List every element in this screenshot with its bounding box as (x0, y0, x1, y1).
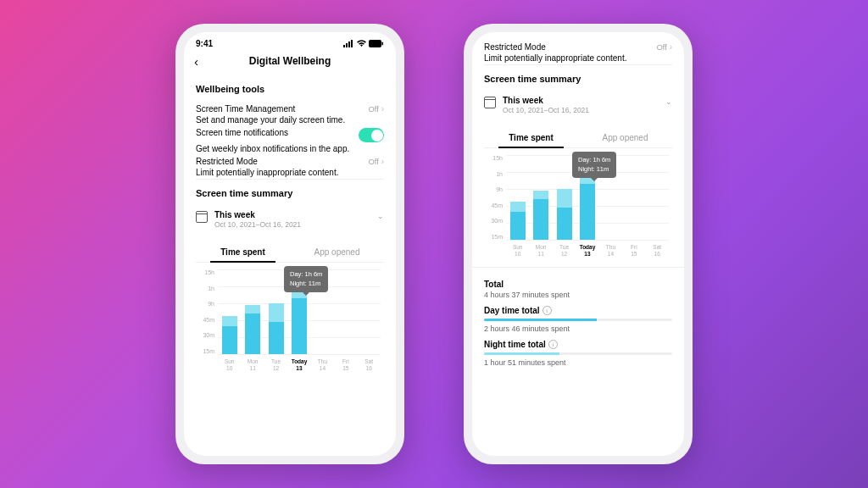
total-value: 4 hours 37 minutes spent (484, 291, 672, 299)
tab-time-spent[interactable]: Time spent (196, 242, 290, 262)
screen-time-summary-heading: Screen time summary (484, 74, 672, 84)
tab-app-opened[interactable]: App opened (290, 242, 384, 262)
screen-time-notifications-row[interactable]: Screen time notifications (196, 125, 384, 144)
screen-time-notifications-label: Screen time notifications (196, 128, 288, 137)
chevron-right-icon: › (381, 104, 384, 114)
phone-screen-right: Restricted Mode Off› Limit potentially i… (472, 32, 684, 456)
info-icon[interactable]: i (548, 340, 558, 349)
chart-tooltip: Day: 1h 6m Night: 11m (572, 152, 616, 178)
svg-rect-3 (351, 40, 353, 47)
chart-plot-area: Day: 1h 6m Night: 11m (218, 269, 381, 354)
phone-mockup-right: Restricted Mode Off› Limit potentially i… (464, 24, 693, 464)
chart-x-axis: Sun10Mon11Tue12Today13Thu14Fri15Sat16 (506, 244, 669, 257)
calendar-icon (484, 97, 496, 108)
screen-time-management-row[interactable]: Screen Time Management Off› (196, 101, 384, 115)
chevron-right-icon: › (381, 157, 384, 166)
status-bar: 9:41 (184, 32, 396, 52)
phone-screen-left: 9:41 ‹ Digital Wellbeing Wellbeing tools… (184, 32, 396, 456)
battery-icon (369, 40, 384, 47)
restricted-mode-row[interactable]: Restricted Mode Off› (196, 153, 384, 168)
restricted-mode-label: Restricted Mode (196, 157, 258, 166)
restricted-mode-value: Off (369, 158, 379, 166)
divider (196, 179, 384, 180)
phone-mockup-left: 9:41 ‹ Digital Wellbeing Wellbeing tools… (175, 24, 404, 464)
day-total-block: Day time totali 2 hours 46 minutes spent (484, 306, 672, 333)
restricted-mode-value: Off (657, 43, 667, 52)
back-button[interactable]: ‹ (194, 54, 198, 69)
screen-time-management-value: Off (369, 105, 379, 114)
totals-section: Total 4 hours 37 minutes spent Day time … (472, 268, 684, 379)
page-title: Digital Wellbeing (249, 55, 331, 67)
date-range: Oct 10, 2021–Oct 16, 2021 (503, 106, 589, 114)
date-range-selector[interactable]: This week Oct 10, 2021–Oct 16, 2021 ⌄ (196, 205, 384, 234)
day-total-value: 2 hours 46 minutes spent (484, 324, 672, 333)
week-label: This week (503, 96, 589, 105)
date-range-selector[interactable]: This week Oct 10, 2021–Oct 16, 2021 ⌄ (484, 91, 672, 119)
notifications-toggle[interactable] (359, 128, 384, 142)
calendar-icon (196, 211, 208, 223)
summary-tabs: Time spent App opened (484, 128, 672, 148)
divider (484, 64, 672, 65)
restricted-mode-sub: Limit potentially inappropriate content. (196, 168, 384, 177)
wellbeing-tools-heading: Wellbeing tools (196, 84, 384, 94)
screen-time-summary-heading: Screen time summary (196, 188, 384, 198)
chart-plot-area: Day: 1h 6m Night: 11m (506, 155, 669, 240)
chart-y-axis: 15h 1h 9h 45m 30m 15m (487, 155, 503, 240)
chevron-down-icon: ⌄ (665, 97, 672, 106)
screen-time-notifications-sub: Get weekly inbox notifications in the ap… (196, 144, 384, 153)
chart-y-axis: 15h 1h 9h 45m 30m 15m (199, 269, 214, 354)
restricted-mode-row[interactable]: Restricted Mode Off› (484, 39, 672, 53)
info-icon[interactable]: i (542, 306, 552, 315)
screen-time-chart: 15h 1h 9h 45m 30m 15m (487, 155, 669, 257)
night-total-block: Night time totali 1 hour 51 minutes spen… (484, 340, 672, 367)
chevron-down-icon: ⌄ (377, 212, 384, 220)
status-time: 9:41 (196, 39, 213, 48)
svg-rect-4 (369, 40, 381, 47)
total-label: Total (484, 280, 672, 289)
screen-time-management-sub: Set and manage your daily screen time. (196, 115, 384, 125)
svg-rect-1 (346, 43, 348, 47)
screen-time-management-label: Screen Time Management (196, 104, 295, 114)
week-label: This week (214, 210, 301, 219)
day-total-label: Day time total (484, 306, 540, 315)
svg-rect-2 (348, 42, 350, 47)
screen-time-chart: 15h 1h 9h 45m 30m 15m (199, 269, 381, 371)
night-total-value: 1 hour 51 minutes spent (484, 358, 672, 367)
date-range: Oct 10, 2021–Oct 16, 2021 (214, 220, 301, 229)
gradient-background: 9:41 ‹ Digital Wellbeing Wellbeing tools… (0, 0, 868, 488)
chart-x-axis: Sun10Mon11Tue12Today13Thu14Fri15Sat16 (218, 358, 381, 371)
night-progress-bar (484, 352, 672, 355)
signal-icon (343, 40, 354, 47)
total-block: Total 4 hours 37 minutes spent (484, 280, 672, 299)
tab-app-opened[interactable]: App opened (578, 128, 672, 147)
nav-bar: ‹ Digital Wellbeing (184, 52, 396, 75)
svg-rect-0 (343, 45, 345, 47)
chevron-right-icon: › (670, 42, 672, 52)
chart-tooltip: Day: 1h 6m Night: 11m (284, 266, 328, 292)
wifi-icon (356, 40, 367, 47)
night-total-label: Night time total (484, 340, 546, 349)
day-progress-bar (484, 319, 672, 321)
restricted-mode-label: Restricted Mode (484, 42, 546, 52)
tab-time-spent[interactable]: Time spent (484, 128, 578, 147)
status-icons (343, 40, 384, 47)
restricted-mode-sub: Limit potentially inappropriate content. (484, 53, 672, 63)
summary-tabs: Time spent App opened (196, 242, 384, 263)
svg-rect-5 (382, 42, 384, 46)
